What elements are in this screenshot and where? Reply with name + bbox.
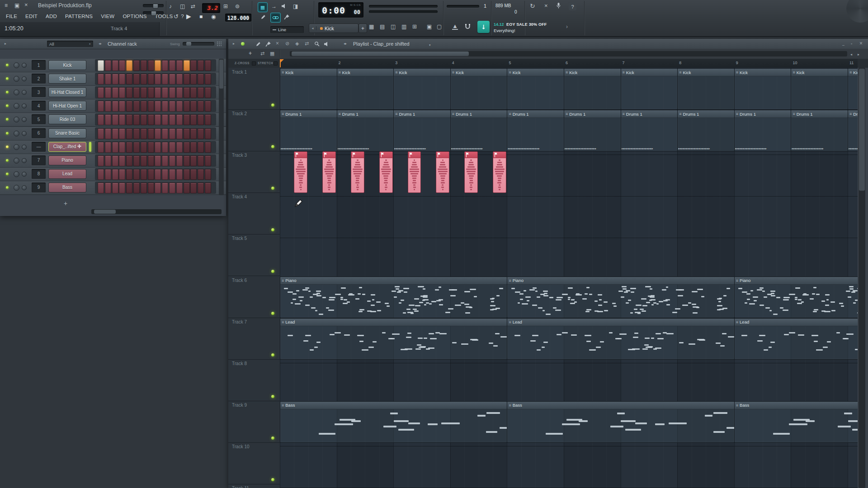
step-button[interactable] xyxy=(141,128,147,139)
step-button[interactable] xyxy=(98,60,104,71)
step-button[interactable] xyxy=(148,142,154,153)
step-seq-view-icon[interactable]: ▦ xyxy=(369,24,374,29)
track-header-6[interactable]: Track 6 xyxy=(228,276,280,318)
pattern-clip-piano[interactable]: ≡Piano xyxy=(507,277,734,318)
sale-next-icon[interactable]: › xyxy=(566,23,568,30)
track-header-3[interactable]: Track 3 xyxy=(228,151,280,193)
grid-dots-icon[interactable] xyxy=(217,42,222,47)
step-button[interactable] xyxy=(190,101,197,112)
step-button[interactable] xyxy=(98,114,104,125)
step-button[interactable] xyxy=(205,60,211,71)
step-button[interactable] xyxy=(190,169,197,180)
step-button[interactable] xyxy=(176,142,183,153)
step-button[interactable] xyxy=(162,155,168,166)
step-button[interactable] xyxy=(176,101,183,112)
magnet-icon[interactable] xyxy=(465,23,471,29)
step-button[interactable] xyxy=(141,155,147,166)
clip-menu-icon[interactable]: ≡ xyxy=(282,112,284,116)
step-button[interactable] xyxy=(162,101,168,112)
track-header-9[interactable]: Track 9 xyxy=(228,401,280,443)
step-button[interactable] xyxy=(184,101,190,112)
step-button[interactable] xyxy=(112,155,118,166)
copy-icon[interactable]: ▣ xyxy=(427,24,432,29)
pattern-clip-drums-1[interactable]: ≡Drums 1▸▸▸▸▸▸▸▸▸▸▸▸▸▸▸▸▸▸▸▸ xyxy=(734,110,792,151)
plugin-panel-icon[interactable]: ⊞ xyxy=(223,4,228,9)
clip-menu-icon[interactable]: ≡ xyxy=(736,112,738,116)
menu-file[interactable]: FILE xyxy=(2,14,21,19)
step-button[interactable] xyxy=(176,183,183,193)
menu-patterns[interactable]: PATTERNS xyxy=(61,14,97,19)
playlist-vertical-scrollbar[interactable] xyxy=(859,68,865,488)
track-header-10[interactable]: Track 10 xyxy=(228,442,280,484)
pattern-clip-drums-1[interactable]: ≡Drums 1▸▸▸▸▸▸▸▸▸▸▸▸▸▸▸▸▸▸▸▸ xyxy=(393,110,451,151)
step-button[interactable] xyxy=(105,114,111,125)
step-button[interactable] xyxy=(105,74,111,84)
step-button[interactable] xyxy=(133,74,140,84)
step-button[interactable] xyxy=(141,74,147,84)
pattern-clip-drums-1[interactable]: ≡Drums 1▸▸▸▸▸▸▸▸▸▸▸▸▸▸▸▸▸▸▸▸ xyxy=(791,110,848,151)
track-led[interactable] xyxy=(271,228,274,231)
track-header-5[interactable]: Track 5 xyxy=(228,234,280,276)
pattern-clip-kick[interactable]: ≡Kick xyxy=(280,68,337,110)
step-button[interactable] xyxy=(133,169,140,180)
pattern-clip-drums-1[interactable]: ≡Drums 1▸▸▸▸▸▸▸▸▸▸▸▸▸▸▸▸▸▸▸▸ xyxy=(564,110,621,151)
step-button[interactable] xyxy=(155,114,161,125)
step-button[interactable] xyxy=(162,128,168,139)
typing-to-piano-icon[interactable]: ◫ xyxy=(180,4,185,9)
step-button[interactable] xyxy=(162,74,168,84)
step-button[interactable] xyxy=(169,87,175,98)
step-button[interactable] xyxy=(148,169,154,180)
step-button[interactable] xyxy=(141,142,147,153)
step-button[interactable] xyxy=(198,128,204,139)
grid-tool-icon[interactable]: ▦ xyxy=(270,51,274,56)
clip-menu-icon[interactable]: ≡ xyxy=(566,112,568,116)
step-button[interactable] xyxy=(119,74,125,84)
clip-menu-icon[interactable]: ≡ xyxy=(509,70,511,75)
pattern-clip-kick[interactable]: ≡Kick xyxy=(791,68,848,110)
step-button[interactable] xyxy=(133,142,140,153)
time-display[interactable]: 0:00 M:S:CS 00 xyxy=(318,2,363,18)
audio-clip-clap[interactable] xyxy=(322,151,336,193)
step-button[interactable] xyxy=(190,155,197,166)
clip-menu-icon[interactable]: ≡ xyxy=(339,70,341,75)
track-header-11[interactable]: Track 11 xyxy=(228,484,280,488)
step-button[interactable] xyxy=(169,74,175,84)
step-button[interactable] xyxy=(155,128,161,139)
step-button[interactable] xyxy=(119,169,125,180)
step-button[interactable] xyxy=(176,87,183,98)
pattern-clip-drums-1[interactable]: ≡Drums 1▸▸▸▸▸▸▸▸▸▸▸▸▸▸▸▸▸▸▸▸ xyxy=(621,110,678,151)
wizard-hat-icon[interactable]: ▲ xyxy=(452,23,458,30)
step-button[interactable] xyxy=(190,74,197,84)
clip-menu-icon[interactable]: ≡ xyxy=(736,70,738,75)
step-button[interactable] xyxy=(119,114,125,125)
step-button[interactable] xyxy=(169,101,175,112)
step-button[interactable] xyxy=(98,183,104,193)
pattern-clip-bass[interactable]: ≡Bass xyxy=(507,401,734,443)
clip-menu-icon[interactable]: ≡ xyxy=(736,278,738,283)
step-button[interactable] xyxy=(148,87,154,98)
step-button[interactable] xyxy=(126,60,132,71)
stretch-checkbox[interactable] xyxy=(274,61,278,66)
step-button[interactable] xyxy=(198,87,204,98)
step-button[interactable] xyxy=(190,183,197,193)
circle-panel-icon[interactable]: ⊚ xyxy=(235,4,240,9)
step-button[interactable] xyxy=(133,183,140,193)
step-button[interactable] xyxy=(148,60,154,71)
step-button[interactable] xyxy=(98,74,104,84)
step-button[interactable] xyxy=(155,142,161,153)
clip-menu-icon[interactable]: ≡ xyxy=(282,278,284,283)
draw-tool-icon[interactable] xyxy=(255,41,261,48)
channel-rack-titlebar[interactable]: ▸ All▸ ◂▸ Channel rack Swing xyxy=(0,39,226,49)
clip-menu-icon[interactable]: ≡ xyxy=(566,70,568,75)
step-button[interactable] xyxy=(198,142,204,153)
step-button[interactable] xyxy=(184,183,190,193)
track-header-8[interactable]: Track 8 xyxy=(228,359,280,401)
play-position-marker[interactable] xyxy=(280,59,284,63)
zoom-tool-icon[interactable] xyxy=(314,41,320,48)
track-led[interactable] xyxy=(271,312,274,315)
song-position-slider[interactable] xyxy=(369,5,438,8)
window-menu-icon[interactable]: ▸ xyxy=(5,41,6,47)
step-button[interactable] xyxy=(112,101,118,112)
step-button[interactable] xyxy=(98,142,104,153)
clip-menu-icon[interactable]: ≡ xyxy=(339,112,341,116)
